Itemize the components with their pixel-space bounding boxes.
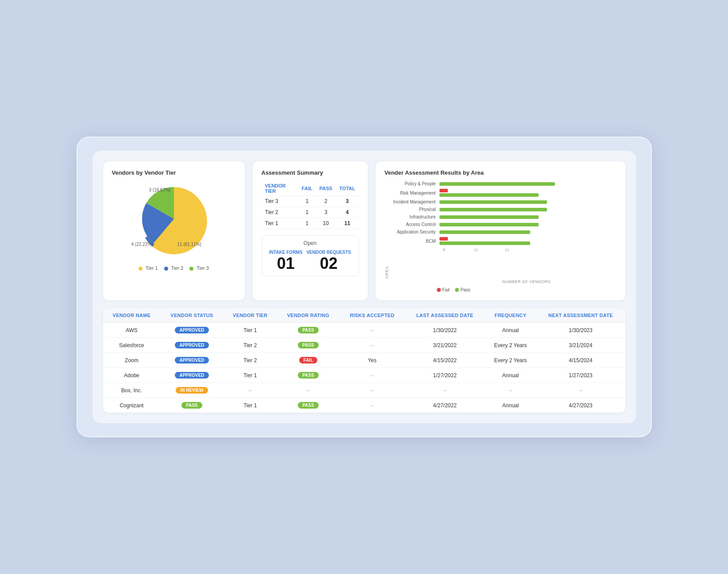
open-title: Open <box>267 240 353 246</box>
bar-segments <box>439 189 539 197</box>
bar-chart-title: Vender Assessment Results by Area <box>385 169 616 176</box>
bar-label: Incident Management <box>391 199 439 204</box>
bar-x-label: NUMBER OF VENDORS <box>385 279 616 284</box>
vendor-name: Zoom <box>103 353 161 368</box>
bar-segments <box>439 215 539 219</box>
risks-accepted: -- <box>339 398 405 413</box>
bar-label: Application Security <box>391 230 439 234</box>
vendor-tier: Tier 1 <box>223 323 277 338</box>
risks-accepted: -- <box>339 383 405 398</box>
assessment-row: Tier 3123 <box>262 196 359 207</box>
vendor-status: APPROVED <box>160 323 223 338</box>
vendor-tier: Tier 1 <box>223 398 277 413</box>
bar-x-ticks: 051015 <box>391 248 616 252</box>
table-column-header: NEXT ASSESSMENT DATE <box>536 308 625 323</box>
assessment-title: Assessment Summary <box>262 169 359 176</box>
vendor-tier: -- <box>223 383 277 398</box>
rating-badge: FAIL <box>299 357 318 364</box>
bar-pass <box>439 230 530 234</box>
bar-pass <box>439 193 539 197</box>
last-assessed-date: 4/27/2022 <box>405 398 485 413</box>
status-badge: APPROVED <box>175 342 208 348</box>
risks-accepted: -- <box>339 323 405 338</box>
bar-pass <box>439 241 530 245</box>
rating-badge: PASS <box>298 372 319 379</box>
col-fail: FAIL <box>298 181 316 196</box>
vendor-rating: PASS <box>277 338 339 353</box>
pie-legend: Tier 1 Tier 2 Tier 3 <box>139 265 209 271</box>
vendor-rating: PASS <box>277 368 339 383</box>
bar-segments <box>439 200 547 204</box>
legend-tier3: Tier 3 <box>189 265 209 271</box>
vendor-tier: Tier 2 <box>223 353 277 368</box>
vendor-table-card: VENDOR NAMEVENDOR STATUSVENDOR TIERVENDO… <box>103 308 625 413</box>
legend-tier2: Tier 2 <box>164 265 184 271</box>
table-row: Box, Inc. IN REVIEW -- -- -- -- -- -- <box>103 383 625 398</box>
vendor-requests-value: 02 <box>306 256 351 272</box>
next-assessment-date: 1/27/2023 <box>536 368 625 383</box>
vendor-rating: PASS <box>277 323 339 338</box>
vendor-rating: -- <box>277 383 339 398</box>
bar-segments <box>439 182 555 186</box>
risks-accepted: -- <box>339 338 405 353</box>
risks-accepted: Yes <box>339 353 405 368</box>
bar-segments <box>439 237 530 245</box>
table-column-header: VENDOR TIER <box>223 308 277 323</box>
assessment-card: Assessment Summary VENDOR TIER FAIL PASS… <box>253 161 368 300</box>
bar-segments <box>439 223 539 226</box>
frequency: Every 2 Years <box>485 353 536 368</box>
vendor-rating: FAIL <box>277 353 339 368</box>
status-badge: IN REVIEW <box>176 387 208 394</box>
frequency: -- <box>485 383 536 398</box>
bar-row: Application Security <box>391 230 616 234</box>
bar-chart-card: Vender Assessment Results by Area AREA P… <box>376 161 625 300</box>
bar-chart-inner: Policy & People Risk Management Incident… <box>391 181 616 279</box>
next-assessment-date: -- <box>536 383 625 398</box>
vendor-name: Box, Inc. <box>103 383 161 398</box>
pie-svg: 3 (16.67%) 4 (22.22%) 11 (61.11%) <box>130 181 218 261</box>
vendor-tier: Tier 2 <box>223 338 277 353</box>
bar-row: BCM <box>391 237 616 245</box>
open-section: Open INTAKE FORMS 01 VENDOR REQUESTS 02 <box>262 235 359 276</box>
intake-forms-metric: INTAKE FORMS 01 <box>269 250 302 272</box>
bar-fail <box>439 189 448 192</box>
last-assessed-date: 3/21/2022 <box>405 338 485 353</box>
rating-badge: PASS <box>298 402 319 409</box>
table-row: Zoom APPROVED Tier 2 FAIL Yes 4/15/2022 … <box>103 353 625 368</box>
last-assessed-date: -- <box>405 383 485 398</box>
bar-label: Infrastructure <box>391 214 439 219</box>
status-badge: APPROVED <box>175 357 208 364</box>
vendor-status: IN REVIEW <box>160 383 223 398</box>
table-row: Adobe APPROVED Tier 1 PASS -- 1/27/2022 … <box>103 368 625 383</box>
rating-badge: PASS <box>298 342 319 348</box>
table-column-header: VENDOR RATING <box>277 308 339 323</box>
top-row: Vendors by Vendor Tier <box>103 161 625 300</box>
bar-legend-item: Pass <box>455 287 470 292</box>
table-row: AWS APPROVED Tier 1 PASS -- 1/30/2022 An… <box>103 323 625 338</box>
table-row: Salesforce APPROVED Tier 2 PASS -- 3/21/… <box>103 338 625 353</box>
bar-pass <box>439 215 539 219</box>
table-column-header: FREQUENCY <box>485 308 536 323</box>
bar-row: Incident Management <box>391 199 616 204</box>
risks-accepted: -- <box>339 368 405 383</box>
assessment-row: Tier 2134 <box>262 207 359 218</box>
last-assessed-date: 4/15/2022 <box>405 353 485 368</box>
bar-segments <box>439 230 530 234</box>
vendor-table: VENDOR NAMEVENDOR STATUSVENDOR TIERVENDO… <box>103 308 625 413</box>
bar-label: Access Control <box>391 222 439 227</box>
pie-chart-title: Vendors by Vendor Tier <box>112 169 236 176</box>
vendor-status: APPROVED <box>160 353 223 368</box>
vendor-name: AWS <box>103 323 161 338</box>
table-row: Cognizant PASS Tier 1 PASS -- 4/27/2022 … <box>103 398 625 413</box>
open-metrics: INTAKE FORMS 01 VENDOR REQUESTS 02 <box>267 250 353 272</box>
legend-tier1: Tier 1 <box>139 265 158 271</box>
bar-legend: FailPass <box>385 287 616 292</box>
bar-segments <box>439 208 547 211</box>
next-assessment-date: 4/15/2024 <box>536 353 625 368</box>
frequency: Annual <box>485 368 536 383</box>
rating-value: -- <box>306 387 310 394</box>
col-vendor-tier: VENDOR TIER <box>262 181 298 196</box>
vendor-rating: PASS <box>277 398 339 413</box>
table-column-header: VENDOR STATUS <box>160 308 223 323</box>
bar-label: Policy & People <box>391 181 439 186</box>
